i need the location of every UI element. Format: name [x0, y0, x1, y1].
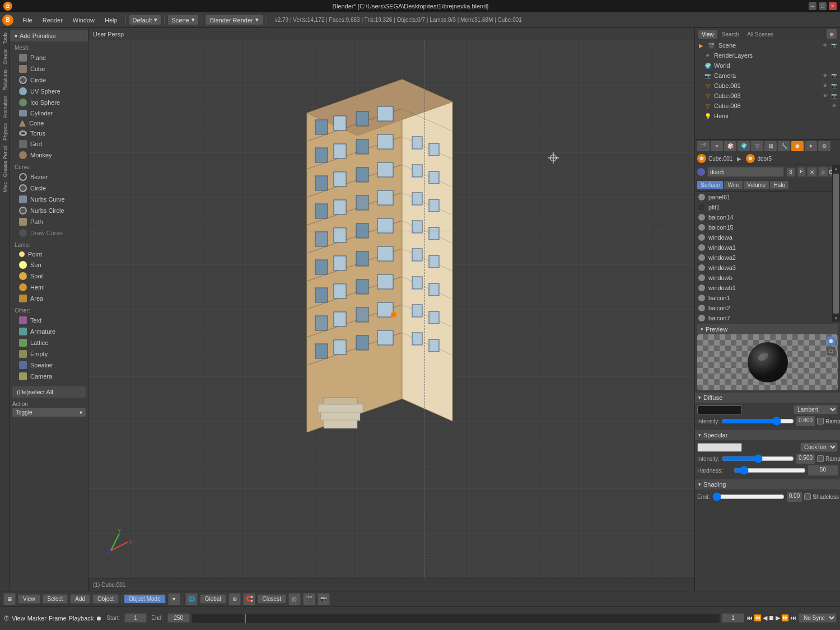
- emit-slider[interactable]: [712, 492, 785, 501]
- timeline-type-button[interactable]: ⏱: [3, 615, 10, 622]
- stop-button[interactable]: ⏹: [768, 614, 774, 622]
- prop-tab-scene[interactable]: 🎲: [724, 141, 736, 151]
- current-frame[interactable]: 1: [722, 613, 744, 623]
- specular-hardness-slider[interactable]: [734, 466, 806, 475]
- material-name-input[interactable]: [707, 167, 784, 177]
- material-item-plit1[interactable]: plit1: [695, 202, 832, 212]
- action-toggle[interactable]: Toggle ▾: [12, 408, 86, 417]
- material-scrollbar[interactable]: ▲ ▼: [832, 165, 840, 322]
- prop-tab-object[interactable]: ▽: [751, 141, 763, 151]
- tree-item-cube003[interactable]: ▽ Cube.003 👁 📷: [695, 91, 840, 101]
- tree-item-renderlayers[interactable]: ≡ RenderLayers: [695, 50, 840, 60]
- object-mode-button[interactable]: Object Mode: [124, 594, 166, 604]
- camera-render-action[interactable]: 📷: [830, 72, 838, 80]
- outliner-tab-view[interactable]: View: [698, 30, 717, 39]
- other-text[interactable]: Text: [10, 315, 88, 326]
- mat-f-button[interactable]: F: [797, 167, 806, 177]
- mode-down-button[interactable]: ▾: [168, 593, 180, 605]
- diffuse-intensity-slider[interactable]: [722, 417, 794, 426]
- prop-tab-physics[interactable]: ⚙: [818, 141, 830, 151]
- mesh-grid[interactable]: Grid: [10, 138, 88, 150]
- specular-color-swatch[interactable]: [697, 443, 742, 452]
- preview-sphere-btn[interactable]: ⬟: [827, 337, 836, 346]
- other-armature[interactable]: Armature: [10, 326, 88, 337]
- material-item-windowb1[interactable]: windowb1: [695, 283, 832, 293]
- mesh-icosphere[interactable]: Ico Sphere: [10, 97, 88, 108]
- tree-item-hemi[interactable]: 💡 Hemi: [695, 111, 840, 121]
- select-menu-button[interactable]: Select: [43, 594, 68, 604]
- mesh-monkey[interactable]: Monkey: [10, 150, 88, 161]
- diffuse-header[interactable]: Diffuse: [695, 393, 840, 403]
- diffuse-ramp-cb[interactable]: [817, 418, 824, 424]
- jump-start-button[interactable]: ⏮: [746, 614, 753, 622]
- emit-value[interactable]: 0.00: [787, 492, 802, 502]
- vtab-misc[interactable]: Misc: [1, 180, 9, 195]
- prop-tab-material[interactable]: ⬟: [791, 141, 804, 151]
- diffuse-color-swatch[interactable]: [697, 405, 742, 414]
- shadeless-cb[interactable]: [804, 493, 811, 500]
- prev-keyframe-button[interactable]: ⏪: [754, 614, 762, 622]
- tree-item-camera[interactable]: 📷 Camera 👁 📷: [695, 71, 840, 81]
- minimize-button[interactable]: ─: [809, 2, 816, 10]
- other-speaker[interactable]: Speaker: [10, 360, 88, 371]
- menu-window[interactable]: Window: [68, 15, 99, 25]
- lamp-spot[interactable]: Spot: [10, 270, 88, 282]
- global-orient-button[interactable]: 🌐: [185, 593, 198, 605]
- camera-view-action[interactable]: 👁: [821, 72, 829, 80]
- curve-path[interactable]: Path: [10, 216, 88, 227]
- lamp-point[interactable]: Point: [10, 249, 88, 259]
- lamp-sun[interactable]: Sun: [10, 259, 88, 270]
- timeline-view-btn[interactable]: View: [12, 615, 25, 622]
- start-frame[interactable]: 1: [124, 613, 147, 623]
- material-item-balcon15[interactable]: balcon15: [695, 222, 832, 232]
- end-frame[interactable]: 250: [167, 613, 190, 623]
- vtab-relations[interactable]: Relations: [1, 67, 9, 93]
- specular-intensity-value[interactable]: 0.500: [796, 454, 815, 464]
- add-primitive-header[interactable]: Add Primitive: [10, 30, 88, 41]
- opengl-render-button[interactable]: 📷: [318, 593, 330, 605]
- closest-label[interactable]: Closest: [258, 594, 286, 604]
- add-menu-button[interactable]: Add: [70, 594, 90, 604]
- curve-bezier[interactable]: Bezier: [10, 171, 88, 183]
- jump-end-button[interactable]: ⏭: [790, 614, 796, 622]
- window-controls[interactable]: ─ □ ✕: [809, 2, 837, 10]
- global-label[interactable]: Global: [200, 594, 226, 604]
- mesh-uvsphere[interactable]: UV Sphere: [10, 86, 88, 97]
- prop-tab-modifier[interactable]: 🔧: [778, 141, 790, 151]
- viewport[interactable]: User Persp X Y: [88, 28, 694, 591]
- pivot-button[interactable]: ⊕: [228, 593, 241, 605]
- prop-tab-render-layers[interactable]: ≡: [711, 141, 723, 151]
- mat-delete-button[interactable]: ✕: [807, 167, 817, 177]
- mat-select-button[interactable]: ○: [818, 167, 828, 177]
- specular-header[interactable]: Specular: [695, 430, 840, 440]
- menu-help[interactable]: Help: [100, 15, 122, 25]
- layout-selector[interactable]: Default ▾: [129, 15, 161, 25]
- render-button[interactable]: 🎬: [303, 593, 315, 605]
- diffuse-shader-select[interactable]: Lambert Oren-Nayar Toon: [794, 405, 838, 414]
- curve-circle[interactable]: Circle: [10, 183, 88, 194]
- vtab-physics[interactable]: Physics: [1, 121, 9, 143]
- material-item-windowa[interactable]: windowa: [695, 232, 832, 242]
- prop-tab-render[interactable]: 🎬: [697, 141, 710, 151]
- timeline-marker-btn[interactable]: Marker: [27, 615, 46, 622]
- preview-flat-btn[interactable]: □: [827, 347, 836, 356]
- tree-item-cube001[interactable]: ▽ Cube.001 👁 📷: [695, 81, 840, 91]
- timeline-playback-btn[interactable]: Playback: [69, 615, 94, 622]
- material-item-balcon2[interactable]: balcon2: [695, 303, 832, 313]
- shading-header[interactable]: Shading: [695, 479, 840, 489]
- material-item-balcon14[interactable]: balcon14: [695, 212, 832, 222]
- vtab-grease-pencil[interactable]: Grease Pencil: [1, 143, 9, 180]
- scene-render-icon[interactable]: 📷: [830, 41, 838, 49]
- timeline-ruler[interactable]: [192, 614, 720, 623]
- material-item-windowb[interactable]: windowb: [695, 273, 832, 283]
- outliner-tab-all-scenes[interactable]: All Scenes: [744, 30, 777, 39]
- curve-nurbs[interactable]: Nurbs Curve: [10, 194, 88, 205]
- engine-selector[interactable]: Blender Render ▾: [206, 15, 263, 25]
- tree-item-cube008[interactable]: ▽ Cube.008 👁: [695, 101, 840, 111]
- mat-volume-tab[interactable]: Volume: [744, 181, 769, 189]
- scene-view-icon[interactable]: 👁: [821, 41, 829, 49]
- scroll-down[interactable]: ▼: [832, 315, 840, 322]
- cube003-view-action[interactable]: 👁: [821, 92, 829, 100]
- vtab-create[interactable]: Create: [1, 47, 9, 67]
- mesh-cylinder[interactable]: Cylinder: [10, 108, 88, 118]
